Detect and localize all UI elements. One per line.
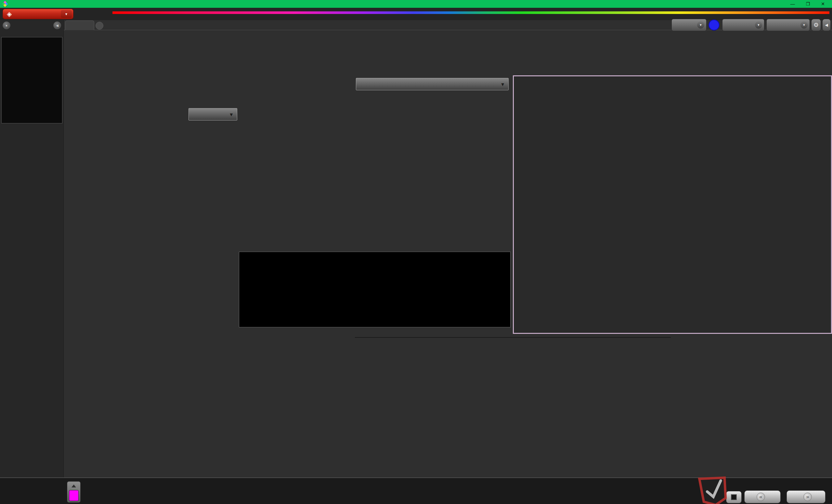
chevron-double-left-icon: « xyxy=(757,493,765,501)
menu-strip: ◈ ▼ xyxy=(0,8,832,20)
de-formula-select[interactable]: ▼ xyxy=(188,108,237,120)
close-icon[interactable]: ✕ xyxy=(821,1,825,6)
add-tab-button[interactable] xyxy=(96,22,103,30)
chevron-down-icon: ▼ xyxy=(229,112,234,117)
sidebar-collapse-button[interactable]: ◀ xyxy=(53,22,61,29)
minimize-icon[interactable]: — xyxy=(790,1,795,6)
source-button[interactable]: ▼ xyxy=(722,19,764,31)
swatch-compare-panel xyxy=(239,252,511,327)
meter-status-stripe xyxy=(673,21,675,30)
calman-app-window: — ❐ ✕ ◈ ▼ ▼ ▼ ▼ xyxy=(0,0,832,504)
chevron-left-icon: ◀ xyxy=(825,23,828,27)
display-control-button[interactable]: ▼ xyxy=(766,19,810,31)
tabrow-divider xyxy=(64,30,832,30)
source-status-stripe xyxy=(724,21,726,30)
cie-diagram-panel xyxy=(513,75,832,334)
source-dropdown-icon[interactable]: ▼ xyxy=(755,22,762,29)
notebookcheck-shield-icon xyxy=(697,473,731,504)
pattern-color-picker[interactable] xyxy=(67,481,81,503)
display-control-status-stripe xyxy=(768,21,770,30)
app-icon xyxy=(3,1,8,6)
back-button[interactable]: « xyxy=(744,491,781,503)
chevron-left-icon: ◀ xyxy=(56,24,58,27)
pattern-color-swatch xyxy=(69,490,79,501)
levels-select[interactable]: ▼ xyxy=(356,78,509,90)
arrow-up-icon xyxy=(72,484,76,487)
gear-icon: ⚙ xyxy=(813,22,819,29)
sweep-data-table xyxy=(355,337,671,338)
calman-menu-dropdown-icon[interactable]: ▼ xyxy=(61,10,72,18)
stop-button[interactable] xyxy=(726,491,742,503)
restore-icon[interactable]: ❐ xyxy=(806,1,810,6)
display-control-dropdown-icon[interactable]: ▼ xyxy=(801,22,808,29)
pattern-strip: « » xyxy=(0,477,832,504)
chevron-down-icon: ▼ xyxy=(500,82,505,87)
meter-count-badge[interactable] xyxy=(708,20,720,30)
calman-logo-icon: ◈ xyxy=(7,10,12,18)
tab-history-1[interactable] xyxy=(65,21,94,30)
sidebar-menu-button[interactable]: ● xyxy=(3,22,10,29)
title-bar: — ❐ ✕ xyxy=(0,0,832,8)
workflow-tree xyxy=(1,37,62,123)
collapse-toolbar-button[interactable]: ◀ xyxy=(822,19,831,31)
next-button[interactable]: » xyxy=(786,491,826,503)
sidebar: ● ◀ xyxy=(0,20,64,504)
stop-icon xyxy=(731,494,737,500)
meter-dropdown-icon[interactable]: ▼ xyxy=(697,22,704,29)
meter-button[interactable]: ▼ xyxy=(672,19,706,31)
chevron-double-right-icon: » xyxy=(803,493,812,501)
calman-menu-button[interactable]: ◈ ▼ xyxy=(3,9,74,19)
spectrum-gradient-bar xyxy=(112,11,829,14)
settings-button[interactable]: ⚙ xyxy=(811,19,821,31)
